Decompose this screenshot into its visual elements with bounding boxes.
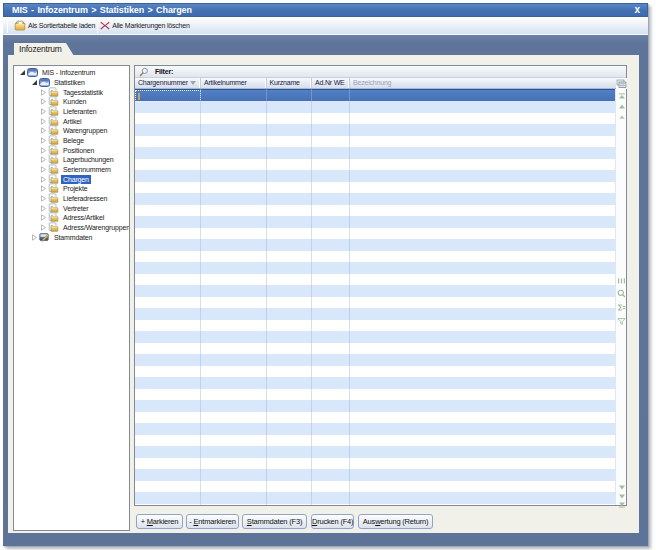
tree-item-seriennummern[interactable]: Seriennummern bbox=[14, 165, 129, 175]
grid-row-empty[interactable] bbox=[135, 481, 616, 493]
expanded-triangle-icon[interactable] bbox=[18, 69, 27, 76]
grid-row-empty[interactable] bbox=[135, 182, 616, 194]
column-header-ad-nr-we[interactable]: Ad.Nr WE bbox=[312, 78, 350, 88]
tree-item-mis-infozentrum[interactable]: MIS - Infozentrum bbox=[14, 68, 129, 78]
footer-button-entmarkieren[interactable]: - Entmarkieren bbox=[186, 514, 239, 529]
scroll-bottom-icon[interactable] bbox=[617, 502, 626, 508]
grid-row-empty[interactable] bbox=[135, 170, 616, 182]
grid-row-empty[interactable] bbox=[135, 343, 616, 355]
tree-item-adress-warengruppen[interactable]: Adress/Warengruppen bbox=[14, 223, 129, 233]
grid-row-empty[interactable] bbox=[135, 366, 616, 378]
tree-item-adress-artikel[interactable]: Adress/Artikel bbox=[14, 213, 129, 223]
scroll-down2-icon[interactable] bbox=[617, 485, 626, 490]
tree-item-lagerbuchungen[interactable]: Lagerbuchungen bbox=[14, 155, 129, 165]
collapsed-triangle-icon[interactable] bbox=[30, 234, 39, 241]
collapsed-triangle-icon[interactable] bbox=[39, 118, 48, 125]
grid-corner-cell[interactable] bbox=[616, 78, 627, 89]
collapsed-triangle-icon[interactable] bbox=[39, 89, 48, 96]
grid-row-empty[interactable] bbox=[135, 423, 616, 435]
grid-row-empty[interactable] bbox=[135, 101, 616, 113]
grid-row-empty[interactable] bbox=[135, 412, 616, 424]
grid-row-empty[interactable] bbox=[135, 274, 616, 286]
close-icon[interactable]: x bbox=[634, 4, 640, 16]
column-header-chargennummer[interactable]: Chargennummer bbox=[135, 78, 201, 88]
tree-item-warengruppen[interactable]: Warengruppen bbox=[14, 126, 129, 136]
grid-selected-row[interactable] bbox=[135, 89, 616, 101]
grid-row-empty[interactable] bbox=[135, 435, 616, 447]
grid-row-empty[interactable] bbox=[135, 320, 616, 332]
column-header-artikelnummer[interactable]: Artikelnummer bbox=[201, 78, 267, 88]
grid-row-empty[interactable] bbox=[135, 458, 616, 470]
column-header-kurzname[interactable]: Kurzname bbox=[267, 78, 313, 88]
grid-row-empty[interactable] bbox=[135, 354, 616, 366]
tree-item-artikel[interactable]: Artikel bbox=[14, 116, 129, 126]
collapsed-triangle-icon[interactable] bbox=[39, 98, 48, 105]
grid-row-empty[interactable] bbox=[135, 492, 616, 504]
collapsed-triangle-icon[interactable] bbox=[39, 176, 48, 183]
footer-button-stammdaten-f3[interactable]: Stammdaten (F3) bbox=[242, 514, 307, 529]
grid-row-empty[interactable] bbox=[135, 308, 616, 320]
collapsed-triangle-icon[interactable] bbox=[39, 147, 48, 154]
scroll-up2-icon[interactable] bbox=[617, 114, 626, 119]
tree-item-tagesstatistik[interactable]: Tagesstatistik bbox=[14, 87, 129, 97]
collapsed-triangle-icon[interactable] bbox=[39, 185, 48, 192]
grid-row-empty[interactable] bbox=[135, 400, 616, 412]
grid-row-empty[interactable] bbox=[135, 285, 616, 297]
grid-row-empty[interactable] bbox=[135, 377, 616, 389]
collapsed-triangle-icon[interactable] bbox=[39, 127, 48, 134]
tree-item-chargen[interactable]: Chargen bbox=[14, 174, 129, 184]
grid-row-empty[interactable] bbox=[135, 331, 616, 343]
tree-item-lieferanten[interactable]: Lieferanten bbox=[14, 107, 129, 117]
tree-item-stammdaten[interactable]: Stammdaten bbox=[14, 232, 129, 242]
tree-item-belege[interactable]: Belege bbox=[14, 136, 129, 146]
grid-row-empty[interactable] bbox=[135, 228, 616, 240]
scroll-top-icon[interactable] bbox=[617, 93, 626, 99]
collapsed-triangle-icon[interactable] bbox=[39, 214, 48, 221]
column-header-bezeichnung[interactable]: Bezeichnung bbox=[350, 78, 616, 88]
tree-item-vertreter[interactable]: Vertreter bbox=[14, 203, 129, 213]
tree-item-projekte[interactable]: Projekte bbox=[14, 184, 129, 194]
tree-item-statistiken[interactable]: Statistiken bbox=[14, 78, 129, 88]
grid-row-empty[interactable] bbox=[135, 147, 616, 159]
grid-row-empty[interactable] bbox=[135, 159, 616, 171]
grid-row-empty[interactable] bbox=[135, 113, 616, 125]
tree-item-lieferadressen[interactable]: Lieferadressen bbox=[14, 194, 129, 204]
sum-icon[interactable] bbox=[617, 304, 626, 311]
grid-row-empty[interactable] bbox=[135, 205, 616, 217]
collapsed-triangle-icon[interactable] bbox=[39, 108, 48, 115]
collapsed-triangle-icon[interactable] bbox=[39, 137, 48, 144]
clear-marks-button[interactable]: Alle Markierungen löschen bbox=[98, 17, 192, 34]
collapsed-triangle-icon[interactable] bbox=[39, 195, 48, 202]
footer-button-markieren[interactable]: + Markieren bbox=[136, 514, 183, 529]
grid-row-empty[interactable] bbox=[135, 446, 616, 458]
grid-row-empty[interactable] bbox=[135, 124, 616, 136]
grid-row-empty[interactable] bbox=[135, 297, 616, 309]
collapsed-triangle-icon[interactable] bbox=[39, 224, 48, 231]
grid-row-empty[interactable] bbox=[135, 504, 616, 506]
collapsed-triangle-icon[interactable] bbox=[39, 156, 48, 163]
grid-scrollbar[interactable] bbox=[615, 89, 626, 505]
collapsed-triangle-icon[interactable] bbox=[39, 166, 48, 173]
footer-button-drucken-f4[interactable]: Drucken (F4) bbox=[311, 514, 354, 529]
filter-funnel-icon[interactable] bbox=[617, 318, 626, 325]
collapsed-triangle-icon[interactable] bbox=[39, 205, 48, 212]
position-icon[interactable] bbox=[617, 278, 626, 284]
scroll-up-icon[interactable] bbox=[617, 104, 626, 109]
grid-filter-row[interactable]: Filter: bbox=[135, 66, 626, 78]
grid-row-empty[interactable] bbox=[135, 136, 616, 148]
expanded-triangle-icon[interactable] bbox=[30, 79, 39, 86]
grid-row-empty[interactable] bbox=[135, 239, 616, 251]
scroll-down-icon[interactable] bbox=[617, 494, 626, 499]
tree-item-kunden[interactable]: Kunden bbox=[14, 97, 129, 107]
grid-row-empty[interactable] bbox=[135, 469, 616, 481]
grid-focus-cell[interactable] bbox=[135, 90, 201, 102]
grid-row-empty[interactable] bbox=[135, 262, 616, 274]
footer-button-auswertung-return[interactable]: Auswertung (Return) bbox=[358, 514, 433, 529]
tree-item-positionen[interactable]: Positionen bbox=[14, 145, 129, 155]
grid-row-empty[interactable] bbox=[135, 251, 616, 263]
load-sort-table-button[interactable]: Als Sortiertabelle laden bbox=[12, 17, 97, 34]
grid-row-empty[interactable] bbox=[135, 216, 616, 228]
grid-row-empty[interactable] bbox=[135, 193, 616, 205]
grid-row-empty[interactable] bbox=[135, 389, 616, 401]
search-icon[interactable] bbox=[617, 289, 626, 298]
